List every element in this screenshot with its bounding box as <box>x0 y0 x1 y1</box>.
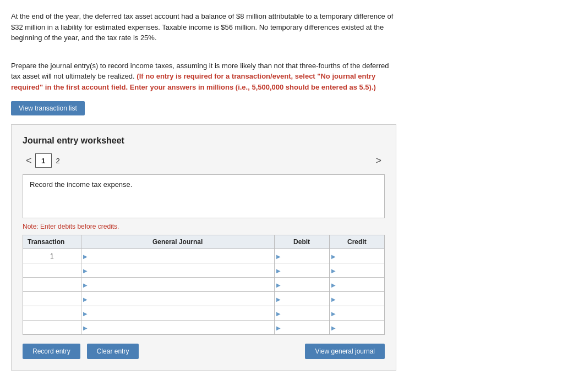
transaction-cell <box>23 263 81 278</box>
debit-cell[interactable] <box>274 321 329 335</box>
debit-cell[interactable] <box>274 306 329 321</box>
credit-cell[interactable] <box>329 278 384 292</box>
table-row <box>23 306 385 321</box>
debit-cell[interactable] <box>274 249 329 263</box>
credit-cell[interactable] <box>329 263 384 278</box>
credit-cell[interactable] <box>329 292 384 306</box>
col-header-general-journal: General Journal <box>81 235 274 249</box>
transaction-cell: 1 <box>23 249 81 263</box>
col-header-credit: Credit <box>329 235 384 249</box>
record-entry-button[interactable]: Record entry <box>23 344 80 359</box>
general-journal-cell[interactable] <box>81 249 274 263</box>
view-general-journal-button[interactable]: View general journal <box>305 344 385 359</box>
journal-entry-worksheet: Journal entry worksheet < 1 2 > Record t… <box>11 124 396 371</box>
debit-cell[interactable] <box>274 263 329 278</box>
journal-table: Transaction General Journal Debit Credit… <box>23 235 385 335</box>
transaction-description: Record the income tax expense. <box>23 174 385 218</box>
worksheet-title: Journal entry worksheet <box>23 136 385 146</box>
table-row <box>23 263 385 278</box>
next-tab-button[interactable]: > <box>372 154 385 168</box>
debit-cell[interactable] <box>274 278 329 292</box>
view-transaction-list-button[interactable]: View transaction list <box>11 101 85 115</box>
table-row <box>23 292 385 306</box>
action-buttons: Record entry Clear entry View general jo… <box>23 344 385 359</box>
credit-cell[interactable] <box>329 249 384 263</box>
intro-paragraph1: At the end of the year, the deferred tax… <box>11 11 396 43</box>
prev-tab-button[interactable]: < <box>23 154 35 168</box>
general-journal-cell[interactable] <box>81 306 274 321</box>
general-journal-cell[interactable] <box>81 263 274 278</box>
general-journal-cell[interactable] <box>81 292 274 306</box>
tab-1[interactable]: 1 <box>35 153 52 168</box>
note-text: Note: Enter debits before credits. <box>23 223 385 230</box>
transaction-cell <box>23 321 81 335</box>
tab-navigation: < 1 2 > <box>23 153 385 168</box>
transaction-cell <box>23 306 81 321</box>
transaction-cell <box>23 278 81 292</box>
credit-cell[interactable] <box>329 306 384 321</box>
general-journal-cell[interactable] <box>81 321 274 335</box>
col-header-transaction: Transaction <box>23 235 81 249</box>
col-header-debit: Debit <box>274 235 329 249</box>
instruction-paragraph: Prepare the journal entry(s) to record i… <box>11 60 396 93</box>
table-row <box>23 278 385 292</box>
debit-cell[interactable] <box>274 292 329 306</box>
clear-entry-button[interactable]: Clear entry <box>87 344 139 359</box>
transaction-cell <box>23 292 81 306</box>
table-row: 1 <box>23 249 385 263</box>
tab-2[interactable]: 2 <box>56 157 60 165</box>
credit-cell[interactable] <box>329 321 384 335</box>
table-row <box>23 321 385 335</box>
general-journal-cell[interactable] <box>81 278 274 292</box>
